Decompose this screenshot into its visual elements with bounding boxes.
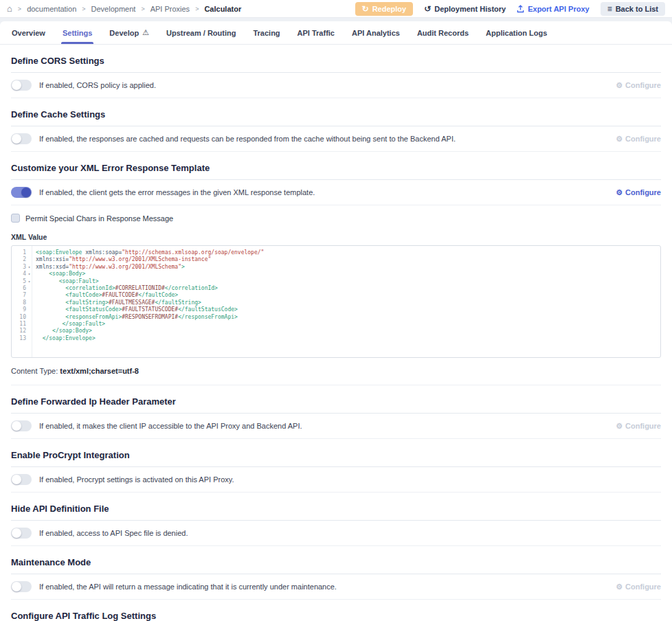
sections: Define CORS SettingsIf enabled, CORS pol… — [0, 45, 672, 621]
breadcrumb-separator: > — [82, 5, 85, 12]
gear-icon: ⚙ — [616, 583, 623, 591]
tab-label: Tracing — [253, 29, 280, 37]
xml-editor-lines: 1<soap:Envelope xmlns:soap="http://schem… — [12, 246, 660, 342]
section-title-hide-api-definition: Hide API Definition File — [11, 493, 661, 520]
section-cors: Define CORS SettingsIf enabled, CORS pol… — [11, 45, 661, 98]
configure-button-cache[interactable]: ⚙Configure — [616, 135, 661, 143]
toggle-procrypt[interactable] — [11, 474, 32, 485]
toggle-row-maintenance: If enabled, the API will return a messag… — [11, 574, 661, 599]
breadcrumb-item[interactable]: API Proxies — [150, 5, 190, 13]
deployment-history-button[interactable]: ↺ Deployment History — [424, 5, 506, 13]
toggle-description-cors: If enabled, CORS policy is applied. — [39, 81, 616, 89]
tab-bar: OverviewSettingsDevelop⚠Upstream / Routi… — [0, 21, 672, 45]
section-cache: Define Cache SettingsIf enabled, the res… — [11, 98, 661, 152]
toggle-xml-error-template[interactable] — [11, 187, 32, 198]
tab-api-traffic[interactable]: API Traffic — [298, 21, 335, 44]
tab-tracing[interactable]: Tracing — [253, 21, 280, 44]
tab-label: API Traffic — [298, 29, 335, 37]
configure-label: Configure — [625, 81, 661, 89]
tab-application-logs[interactable]: Application Logs — [486, 21, 547, 44]
breadcrumb-bar: ⌂ >documentation>Development>API Proxies… — [0, 0, 672, 18]
section-xml-error-template: Customize your XML Error Response Templa… — [11, 152, 661, 385]
toggle-description-procrypt: If enabled, Procrypt settings is activat… — [39, 475, 661, 484]
tab-develop[interactable]: Develop⚠ — [109, 21, 149, 44]
permit-special-chars-label: Permit Special Chars in Response Message — [25, 214, 173, 223]
toggle-row-procrypt: If enabled, Procrypt settings is activat… — [11, 467, 661, 492]
redeploy-icon: ↻ — [362, 5, 369, 13]
export-api-proxy-button[interactable]: Export API Proxy — [517, 5, 589, 13]
permit-special-chars-row: Permit Special Chars in Response Message — [11, 205, 661, 224]
toggle-maintenance[interactable] — [11, 581, 32, 592]
code-line: 10 <responseFromApi>#RESPONSEFROMAPI#</r… — [12, 314, 660, 321]
configure-label: Configure — [625, 135, 661, 143]
configure-label: Configure — [625, 583, 661, 591]
xml-editor[interactable]: 1<soap:Envelope xmlns:soap="http://schem… — [11, 245, 661, 358]
toggle-description-hide-api-definition: If enabled, access to API Spec file is d… — [39, 529, 661, 537]
gear-icon: ⚙ — [616, 189, 623, 196]
toggle-row-cache: If enabled, the responses are cached and… — [11, 126, 661, 151]
toggle-row-xml-error-template: If enabled, the client gets the error me… — [11, 180, 661, 205]
section-traffic-log: Configure API Traffic Log SettingsEnviro… — [11, 600, 661, 621]
warning-icon: ⚠ — [142, 28, 149, 37]
tab-label: Overview — [12, 29, 45, 37]
gear-icon: ⚙ — [616, 135, 623, 143]
configure-label: Configure — [625, 188, 661, 196]
toggle-cache[interactable] — [11, 133, 32, 144]
code-line: 1<soap:Envelope xmlns:soap="http://schem… — [12, 249, 660, 256]
breadcrumb-current: Calculator — [204, 5, 241, 13]
breadcrumb: ⌂ >documentation>Development>API Proxies… — [7, 4, 241, 13]
toggle-description-forwarded-ip: If enabled, it makes the client IP acces… — [39, 422, 616, 430]
configure-button-xml-error-template[interactable]: ⚙Configure — [616, 188, 661, 196]
tab-label: Settings — [63, 29, 92, 37]
gear-icon: ⚙ — [616, 422, 623, 430]
toggle-description-maintenance: If enabled, the API will return a messag… — [39, 583, 616, 591]
section-title-xml-error-template: Customize your XML Error Response Templa… — [11, 152, 661, 179]
back-to-list-button[interactable]: ≡ Back to List — [601, 2, 665, 16]
toggle-hide-api-definition[interactable] — [11, 528, 32, 539]
section-title-cors: Define CORS Settings — [11, 45, 661, 72]
home-icon[interactable]: ⌂ — [7, 4, 12, 13]
tab-label: Audit Records — [417, 29, 469, 37]
tab-audit-records[interactable]: Audit Records — [417, 21, 469, 44]
toggle-forwarded-ip[interactable] — [11, 420, 32, 431]
tab-overview[interactable]: Overview — [12, 21, 45, 44]
tab-upstream-routing[interactable]: Upstream / Routing — [166, 21, 236, 44]
content-type-label: Content Type: — [11, 367, 60, 375]
configure-button-maintenance[interactable]: ⚙Configure — [616, 583, 661, 591]
breadcrumb-separator: > — [18, 5, 21, 12]
code-line: 3▾xmlns:xsd="http://www.w3.org/2001/XMLS… — [12, 264, 660, 271]
toggle-row-forwarded-ip: If enabled, it makes the client IP acces… — [11, 414, 661, 438]
code-line: 9 <faultStatusCode>#FAULTSTATUSCODE#</fa… — [12, 306, 660, 313]
breadcrumb-item[interactable]: Development — [91, 5, 136, 13]
section-forwarded-ip: Define Forwarded Ip Header ParameterIf e… — [11, 385, 661, 439]
history-icon: ↺ — [424, 5, 431, 13]
toggle-description-xml-error-template: If enabled, the client gets the error me… — [39, 188, 616, 196]
section-hide-api-definition: Hide API Definition FileIf enabled, acce… — [11, 493, 661, 546]
tab-api-analytics[interactable]: API Analytics — [352, 21, 400, 44]
section-title-procrypt: Enable ProCrypt Integration — [11, 439, 661, 466]
configure-label: Configure — [625, 422, 661, 430]
list-icon: ≡ — [607, 5, 612, 13]
permit-special-chars-checkbox[interactable] — [11, 214, 20, 223]
deployment-history-label: Deployment History — [434, 5, 506, 13]
header-actions: ↻ Redeploy ↺ Deployment History Export A… — [355, 2, 665, 16]
toggle-cors[interactable] — [11, 80, 32, 91]
redeploy-label: Redeploy — [372, 5, 407, 13]
redeploy-button[interactable]: ↻ Redeploy — [355, 2, 414, 16]
content-type: Content Type: text/xml;charset=utf-8 — [11, 358, 661, 385]
configure-button-forwarded-ip[interactable]: ⚙Configure — [616, 422, 661, 430]
code-line: 4▾ <soap:Body> — [12, 271, 660, 278]
tab-settings[interactable]: Settings — [63, 21, 92, 44]
breadcrumb-item[interactable]: documentation — [27, 5, 76, 13]
traffic-log-title: Configure API Traffic Log Settings — [11, 600, 661, 621]
section-title-maintenance: Maintenance Mode — [11, 546, 661, 574]
export-icon — [517, 5, 524, 13]
tab-label: Develop — [109, 29, 139, 37]
section-title-cache: Define Cache Settings — [11, 98, 661, 126]
code-line: 7 <faultCode>#FAULTCODE#</faultCode> — [12, 292, 660, 299]
tab-label: Application Logs — [486, 29, 547, 37]
code-line: 13 </soap:Envelope> — [12, 335, 660, 342]
configure-button-cors[interactable]: ⚙Configure — [616, 81, 661, 89]
xml-template-block: Permit Special Chars in Response Message… — [11, 205, 661, 385]
export-label: Export API Proxy — [528, 5, 589, 13]
